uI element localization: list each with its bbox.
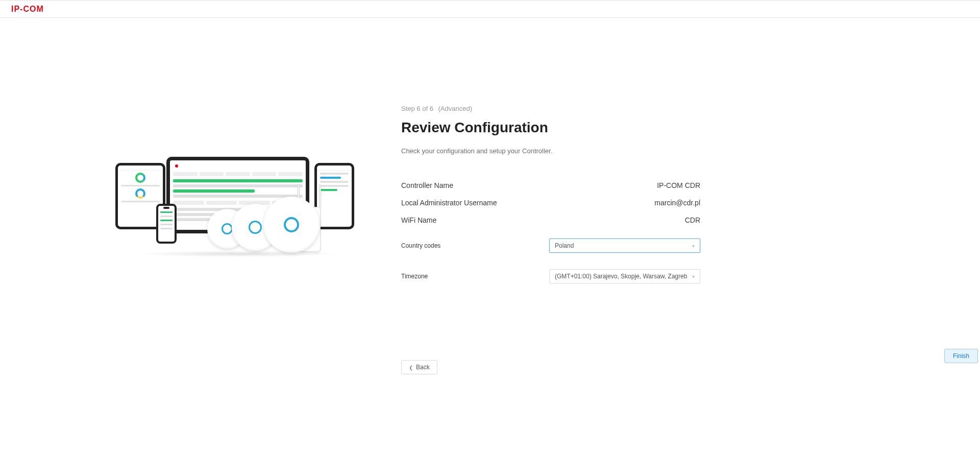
finish-button-label: Finish <box>953 352 969 360</box>
row-admin-username: Local Administrator Username marcin@cdr.… <box>401 199 700 207</box>
finish-button[interactable]: Finish <box>944 349 978 363</box>
chevron-left-icon: ❮ <box>409 365 413 370</box>
page-title: Review Configuration <box>401 120 700 136</box>
chevron-down-icon: ▾ <box>692 243 695 249</box>
timezone-label: Timezone <box>401 273 549 280</box>
country-codes-value: Poland <box>555 242 574 249</box>
brand-logo: IP-COM <box>11 5 44 14</box>
admin-label: Local Administrator Username <box>401 199 497 207</box>
product-illustration <box>115 157 360 249</box>
wifi-label: WiFi Name <box>401 216 436 224</box>
chevron-down-icon: ▾ <box>692 274 695 279</box>
page-subtitle: Check your configuration and setup your … <box>401 147 700 155</box>
controller-name-value: IP-COM CDR <box>657 181 700 189</box>
back-button-label: Back <box>416 364 430 371</box>
step-advanced: (Advanced) <box>438 105 472 112</box>
step-indicator: Step 6 of 6 (Advanced) <box>401 105 700 112</box>
row-controller-name: Controller Name IP-COM CDR <box>401 181 700 189</box>
wifi-value: CDR <box>685 216 700 224</box>
step-text: Step 6 of 6 <box>401 105 433 112</box>
timezone-value: (GMT+01:00) Sarajevo, Skopje, Warsaw, Za… <box>555 273 687 280</box>
country-codes-select[interactable]: Poland ▾ <box>549 239 700 253</box>
controller-name-label: Controller Name <box>401 181 453 189</box>
app-header: IP-COM <box>0 0 980 18</box>
timezone-select[interactable]: (GMT+01:00) Sarajevo, Skopje, Warsaw, Za… <box>549 269 700 283</box>
back-button[interactable]: ❮ Back <box>401 360 437 374</box>
country-codes-label: Country codes <box>401 242 549 249</box>
admin-value: marcin@cdr.pl <box>654 199 700 207</box>
row-wifi-name: WiFi Name CDR <box>401 216 700 224</box>
